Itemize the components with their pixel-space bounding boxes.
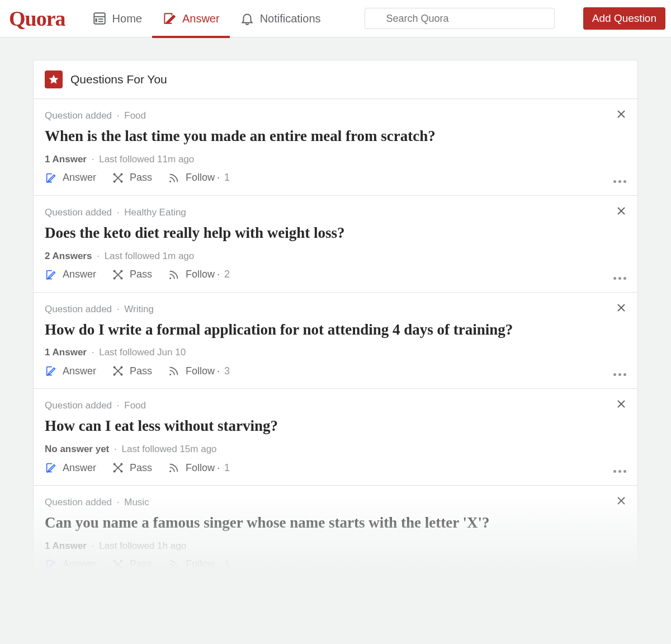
answer-pencil-icon — [45, 269, 57, 281]
answer-edit-icon — [162, 11, 177, 26]
question-added-label: Question added — [45, 304, 112, 314]
answer-action-label: Answer — [63, 269, 96, 280]
topic-link[interactable]: Healthy Eating — [124, 207, 186, 218]
topic-link[interactable]: Food — [124, 110, 146, 121]
answer-count[interactable]: 1 Answer — [45, 347, 87, 358]
nav-notifications[interactable]: Notifications — [230, 0, 331, 37]
svg-point-41 — [121, 471, 122, 472]
dismiss-button[interactable] — [616, 496, 626, 508]
dot-separator: · — [92, 154, 94, 164]
question-item: Question added · Food When is the last t… — [34, 99, 637, 196]
dot-separator: · — [117, 400, 120, 411]
nav-answer-label: Answer — [182, 12, 220, 25]
dot-separator: · — [117, 110, 120, 121]
answer-button[interactable]: Answer — [45, 365, 96, 377]
home-feed-icon — [92, 11, 107, 26]
dot-separator: · — [92, 540, 94, 551]
star-badge-icon — [45, 70, 63, 88]
answer-button[interactable]: Answer — [45, 269, 96, 281]
answer-action-label: Answer — [63, 462, 96, 474]
more-options-button[interactable] — [613, 567, 626, 570]
pass-action-label: Pass — [130, 558, 152, 570]
follow-rss-icon — [168, 172, 180, 184]
pass-action-label: Pass — [130, 462, 152, 474]
topic-link[interactable]: Writing — [124, 304, 154, 314]
answer-count[interactable]: No answer yet — [45, 444, 109, 454]
answer-button[interactable]: Answer — [45, 462, 96, 474]
question-stats: 1 Answer · Last followed 1h ago — [45, 540, 626, 552]
close-icon — [616, 399, 626, 409]
nav-home-label: Home — [112, 12, 142, 25]
follow-rss-icon — [168, 365, 180, 377]
svg-point-42 — [169, 471, 171, 472]
answer-count[interactable]: 2 Answers — [45, 251, 92, 261]
answer-pencil-icon — [45, 558, 57, 571]
answer-count[interactable]: 1 Answer — [45, 154, 87, 164]
dot-separator: · — [217, 558, 220, 570]
answer-button[interactable]: Answer — [45, 558, 96, 571]
last-followed: Last followed 11m ago — [99, 154, 194, 164]
answer-pencil-icon — [45, 365, 57, 377]
pass-button[interactable]: Pass — [112, 462, 152, 474]
add-question-button[interactable]: Add Question — [583, 7, 665, 30]
answer-button[interactable]: Answer — [45, 172, 96, 184]
top-header: Quora Home Answer Notifications — [0, 0, 671, 37]
question-title[interactable]: Does the keto diet really help with weig… — [45, 224, 626, 243]
nav-home[interactable]: Home — [82, 0, 152, 37]
follow-button[interactable]: Follow · 2 — [168, 269, 230, 281]
question-title[interactable]: Can you name a famous singer whose name … — [45, 514, 626, 533]
question-context: Question added · Writing — [45, 304, 626, 315]
svg-point-15 — [169, 181, 171, 182]
dismiss-button[interactable] — [616, 109, 626, 121]
dismiss-button[interactable] — [616, 399, 626, 411]
close-icon — [616, 206, 626, 216]
nav-answer[interactable]: Answer — [152, 0, 230, 37]
follow-count: 1 — [224, 558, 230, 570]
pass-action-label: Pass — [130, 269, 152, 280]
topic-link[interactable]: Music — [124, 497, 149, 507]
svg-point-48 — [121, 560, 122, 561]
svg-point-14 — [121, 181, 122, 182]
follow-button[interactable]: Follow · 3 — [168, 365, 230, 377]
pass-cross-icon — [112, 462, 124, 474]
question-item: Question added · Food How can I eat less… — [34, 389, 637, 486]
more-options-button[interactable] — [613, 470, 626, 473]
question-title[interactable]: How can I eat less without starving? — [45, 417, 626, 436]
question-actions: Answer Pass Follow · 3 — [45, 365, 626, 377]
pass-cross-icon — [112, 558, 124, 571]
search-input[interactable] — [365, 8, 555, 29]
more-options-button[interactable] — [613, 373, 626, 376]
answer-pencil-icon — [45, 462, 57, 474]
pass-button[interactable]: Pass — [112, 269, 152, 281]
question-title[interactable]: How do I write a formal application for … — [45, 321, 626, 340]
dismiss-button[interactable] — [616, 206, 626, 218]
svg-point-50 — [121, 567, 122, 568]
pass-button[interactable]: Pass — [112, 172, 152, 184]
svg-point-30 — [121, 367, 122, 368]
close-icon — [616, 496, 626, 506]
last-followed: Last followed Jun 10 — [99, 347, 186, 358]
more-options-button[interactable] — [613, 180, 626, 183]
topic-link[interactable]: Food — [124, 400, 146, 411]
answer-action-label: Answer — [63, 365, 96, 377]
last-followed: Last followed 1h ago — [99, 540, 186, 551]
dot-separator: · — [117, 207, 120, 218]
svg-point-20 — [114, 270, 115, 271]
last-followed: Last followed 15m ago — [121, 444, 216, 454]
logo[interactable]: Quora — [9, 6, 65, 31]
follow-button[interactable]: Follow · 1 — [168, 172, 230, 184]
answer-count[interactable]: 1 Answer — [45, 540, 87, 551]
follow-rss-icon — [168, 558, 180, 571]
follow-button[interactable]: Follow · 1 — [168, 558, 230, 571]
pass-button[interactable]: Pass — [112, 558, 152, 571]
dismiss-button[interactable] — [616, 303, 626, 315]
dot-separator: · — [97, 251, 100, 261]
pass-button[interactable]: Pass — [112, 365, 152, 377]
question-context: Question added · Music — [45, 497, 626, 508]
svg-point-51 — [169, 567, 171, 569]
more-options-button[interactable] — [613, 277, 626, 280]
follow-button[interactable]: Follow · 1 — [168, 462, 230, 474]
svg-point-32 — [121, 374, 122, 375]
close-icon — [616, 303, 626, 313]
question-title[interactable]: When is the last time you made an entire… — [45, 127, 626, 146]
